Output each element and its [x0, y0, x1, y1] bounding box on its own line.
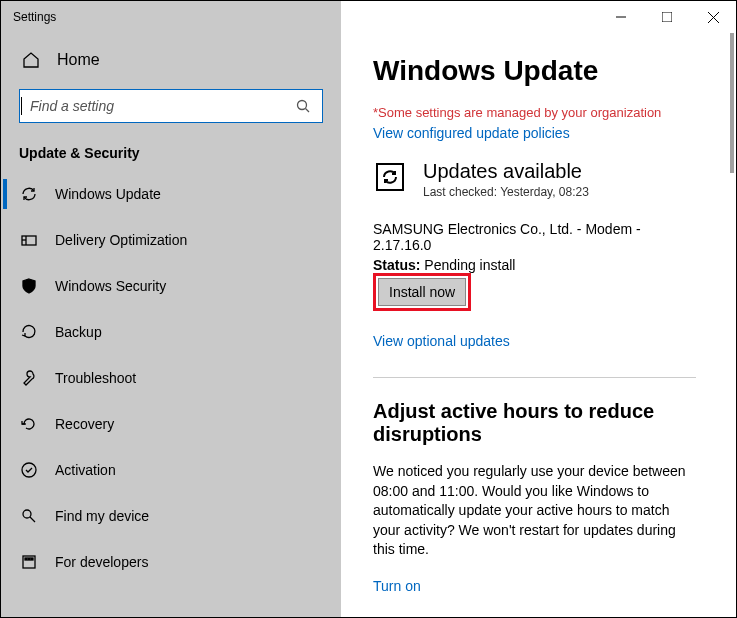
title-bar: Settings: [1, 1, 736, 33]
search-icon: [294, 97, 312, 115]
scrollbar-thumb[interactable]: [730, 33, 734, 173]
install-now-highlight: Install now: [373, 273, 471, 311]
nav-activation[interactable]: Activation: [1, 447, 341, 493]
nav-label: Backup: [55, 324, 102, 340]
nav-windows-update[interactable]: Windows Update: [1, 171, 341, 217]
nav-windows-security[interactable]: Windows Security: [1, 263, 341, 309]
nav-label: For developers: [55, 554, 148, 570]
view-optional-updates-link[interactable]: View optional updates: [373, 333, 696, 349]
nav-label: Windows Update: [55, 186, 161, 202]
delivery-icon: [19, 230, 39, 250]
page-title: Windows Update: [373, 55, 696, 87]
nav-label: Windows Security: [55, 278, 166, 294]
minimize-button[interactable]: [598, 1, 644, 33]
svg-point-4: [298, 101, 307, 110]
svg-rect-15: [28, 558, 30, 560]
turn-on-link[interactable]: Turn on: [373, 578, 696, 594]
window-controls: [598, 1, 736, 33]
activation-icon: [19, 460, 39, 480]
divider: [373, 377, 696, 378]
recovery-icon: [19, 414, 39, 434]
nav-label: Recovery: [55, 416, 114, 432]
active-hours-body: We noticed you regularly use your device…: [373, 462, 696, 560]
find-icon: [19, 506, 39, 526]
close-button[interactable]: [690, 1, 736, 33]
svg-line-5: [306, 109, 310, 113]
shield-icon: [19, 276, 39, 296]
nav-label: Activation: [55, 462, 116, 478]
updates-available-title: Updates available: [423, 160, 589, 183]
home-label: Home: [57, 51, 100, 69]
main-panel: Windows Update *Some settings are manage…: [341, 33, 736, 617]
home-nav[interactable]: Home: [1, 39, 341, 81]
sync-icon: [19, 184, 39, 204]
active-hours-heading: Adjust active hours to reduce disruption…: [373, 400, 696, 446]
nav-label: Find my device: [55, 508, 149, 524]
last-checked: Last checked: Yesterday, 08:23: [423, 185, 589, 199]
update-status: Status: Pending install: [373, 257, 696, 273]
nav-for-developers[interactable]: For developers: [1, 539, 341, 585]
managed-warning: *Some settings are managed by your organ…: [373, 105, 696, 120]
update-name: SAMSUNG Electronics Co., Ltd. - Modem - …: [373, 221, 696, 253]
nav-label: Delivery Optimization: [55, 232, 187, 248]
section-header: Update & Security: [1, 135, 341, 171]
nav-troubleshoot[interactable]: Troubleshoot: [1, 355, 341, 401]
nav-delivery-optimization[interactable]: Delivery Optimization: [1, 217, 341, 263]
sidebar: Home Update & Security Windows Update De…: [1, 33, 341, 617]
search-input[interactable]: [30, 98, 294, 114]
svg-line-12: [30, 517, 35, 522]
svg-point-10: [22, 463, 36, 477]
home-icon: [21, 51, 41, 69]
text-caret: [21, 97, 22, 115]
updates-icon: [373, 160, 407, 194]
developers-icon: [19, 552, 39, 572]
nav-recovery[interactable]: Recovery: [1, 401, 341, 447]
window-title: Settings: [1, 10, 341, 24]
search-box[interactable]: [19, 89, 323, 123]
svg-rect-14: [25, 558, 27, 560]
backup-icon: [19, 322, 39, 342]
nav-find-my-device[interactable]: Find my device: [1, 493, 341, 539]
install-now-button[interactable]: Install now: [378, 278, 466, 306]
nav-backup[interactable]: Backup: [1, 309, 341, 355]
svg-point-11: [23, 510, 31, 518]
scrollbar[interactable]: [728, 33, 736, 617]
svg-rect-1: [662, 12, 672, 22]
maximize-button[interactable]: [644, 1, 690, 33]
nav-label: Troubleshoot: [55, 370, 136, 386]
view-policies-link[interactable]: View configured update policies: [373, 125, 570, 141]
svg-rect-16: [31, 558, 33, 560]
wrench-icon: [19, 368, 39, 388]
svg-rect-17: [377, 164, 403, 190]
